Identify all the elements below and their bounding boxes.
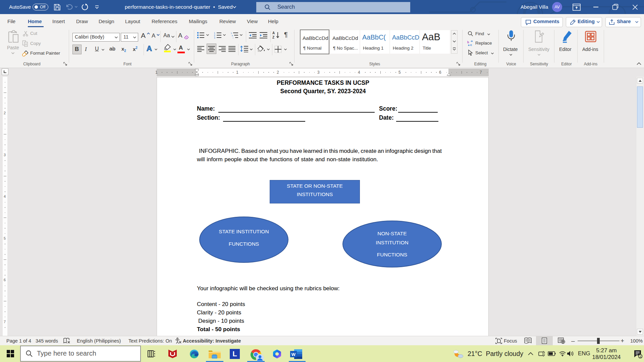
- svg-text:1: 1: [231, 32, 232, 34]
- svg-text:b: b: [467, 41, 469, 44]
- svg-text:W: W: [291, 352, 296, 357]
- svg-text:a: a: [232, 35, 233, 37]
- svg-text:Z: Z: [272, 36, 274, 39]
- svg-text:A: A: [272, 31, 275, 35]
- svg-text:c: c: [470, 43, 472, 47]
- svg-text:3: 3: [214, 37, 215, 39]
- svg-text:1: 1: [214, 32, 215, 34]
- svg-text:2: 2: [214, 34, 215, 37]
- svg-text:3: 3: [639, 355, 641, 358]
- svg-text:i: i: [233, 37, 233, 39]
